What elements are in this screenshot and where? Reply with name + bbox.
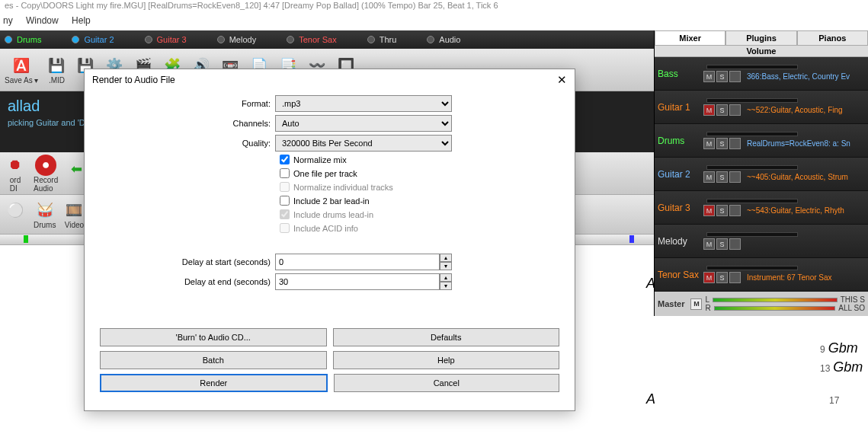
burn-button[interactable]: 'Burn' to Audio CD... [100,328,327,346]
solo-button[interactable]: S [716,104,728,116]
close-icon[interactable]: ✕ [557,73,567,87]
volume-slider[interactable] [706,266,798,270]
delay-start-down[interactable]: ▾ [440,262,452,270]
leadin-check[interactable] [280,196,290,206]
mute-button[interactable]: M [703,104,715,116]
one-file-check[interactable] [280,168,290,178]
dialog-titlebar: Render to Audio File ✕ [85,69,575,91]
tab-pianos[interactable]: Pianos [797,30,868,46]
master-this[interactable]: THIS S [841,295,865,304]
track-selector-thru[interactable]: Thru [367,35,397,44]
solo-button[interactable]: S [716,238,728,250]
mute-button[interactable]: M [703,138,715,149]
mute-button[interactable]: M [703,71,715,82]
mixer-track-guitar-2[interactable]: Guitar 2 M S ~~405:Guitar, Acoustic, Str… [655,158,868,191]
chord-cell[interactable]: A [646,391,655,407]
window-title: es - Copy\DOORS Light my fire.MGU] [Real… [0,0,868,14]
solo-button[interactable]: S [716,138,728,149]
track-selector-melody[interactable]: Melody [217,35,256,44]
save-midi-button[interactable]: 💾 .MID [46,55,67,85]
volume-slider[interactable] [706,65,798,69]
tab-plugins[interactable]: Plugins [725,30,796,46]
render-button[interactable]: Render [100,374,328,392]
fx-button[interactable] [729,272,741,283]
video-button[interactable]: 🎞️Video [63,199,85,229]
track-selector-audio[interactable]: Audio [427,35,460,44]
help-button[interactable]: Help [333,351,560,369]
tab-mixer[interactable]: Mixer [655,30,725,46]
track-selector-drums[interactable]: Drums [5,35,41,44]
track-description: ~~405:Guitar, Acoustic, Strum [744,173,848,181]
defaults-button[interactable]: Defaults [333,328,560,346]
volume-slider[interactable] [706,98,798,103]
menu-harmony[interactable]: ny [3,15,13,26]
volume-slider[interactable] [706,199,798,203]
track-label: Guitar 3 [157,35,187,44]
format-select[interactable]: .mp3 [275,95,452,112]
volume-slider[interactable] [706,165,798,170]
mixer-track-guitar-1[interactable]: Guitar 1 M S ~~522:Guitar, Acoustic, Fin… [655,91,868,124]
saveas-button[interactable]: 🅰️ Save As ▾ [5,55,38,85]
one-file-label: One file per track [293,169,357,178]
fx-button[interactable] [729,171,741,183]
delay-start-input[interactable] [275,254,440,270]
mute-button[interactable]: M [703,238,715,250]
track-name: Guitar 3 [655,203,703,213]
fx-button[interactable] [729,104,741,116]
mixer-track-guitar-3[interactable]: Guitar 3 M S ~~543:Guitar, Electric, Rhy… [655,191,868,225]
delay-end-down[interactable]: ▾ [440,282,452,290]
delay-end-input[interactable] [275,273,440,290]
mute-button[interactable]: M [703,272,715,283]
volume-header: Volume [655,46,868,57]
delay-end-up[interactable]: ▴ [440,273,452,282]
menu-help[interactable]: Help [72,15,91,26]
solo-button[interactable]: S [716,171,728,183]
volume-slider[interactable] [706,132,798,136]
track-description: ~~543:Guitar, Electric, Rhyth [744,206,844,215]
chord-cell[interactable]: 9Gbm [820,340,858,356]
fx-button[interactable] [729,205,741,216]
channels-select[interactable]: Auto [275,115,452,132]
solo-button[interactable]: S [716,205,728,216]
chord-cell[interactable]: 13Gbm [820,359,863,375]
mixer-track-melody[interactable]: Melody M S [655,225,868,258]
mixer-track-bass[interactable]: Bass M S 366:Bass, Electric, Country Ev [655,57,868,91]
normalize-mix-check[interactable] [280,155,290,164]
mixer-track-drums[interactable]: Drums M S RealDrums=RockEven8: a: Sn [655,124,868,158]
delay-start-up[interactable]: ▴ [440,254,452,262]
mixer-track-tenor-sax[interactable]: Tenor Sax M S Instrument: 67 Tenor Sax [655,258,868,292]
quality-select[interactable]: 320000 Bits Per Second [275,135,452,152]
cancel-button[interactable]: Cancel [334,374,560,392]
track-selector-guitar-3[interactable]: Guitar 3 [145,35,187,44]
chord-cell[interactable]: 17 [829,391,842,407]
start-marker[interactable] [24,235,28,243]
fx-button[interactable] [729,71,741,82]
playhead-marker[interactable] [629,235,634,243]
batch-button[interactable]: Batch [100,351,327,369]
acid-label: Include ACID info [293,224,358,233]
track-selector-guitar-2[interactable]: Guitar 2 [72,35,114,44]
track-selector-tenor-sax[interactable]: Tenor Sax [287,35,337,44]
delay-start-label: Delay at start (seconds) [100,257,275,266]
menu-window[interactable]: Window [26,15,59,26]
solo-button[interactable]: S [716,272,728,283]
normalize-ind-label: Normalize individual tracks [293,183,393,192]
radio-icon [287,36,294,43]
master-all[interactable]: ALL SO [838,304,865,312]
fx-button[interactable] [729,238,741,250]
pref-button[interactable]: ⚪ [5,199,26,229]
record-midi-button[interactable]: ⏺ord DI [5,155,26,193]
volume-slider[interactable] [706,232,798,237]
mute-button[interactable]: M [703,205,715,216]
solo-button[interactable]: S [716,71,728,82]
drums-leadin-check [280,209,290,219]
mute-button[interactable]: M [703,171,715,183]
radio-icon [72,36,79,43]
track-description: Instrument: 67 Tenor Sax [744,273,832,282]
record-audio-button[interactable]: ●Record Audio [34,155,58,193]
master-r-label: R [705,304,710,312]
drums-button[interactable]: 🥁Drums [34,199,56,229]
master-mute[interactable]: M [690,298,702,310]
track-label: Guitar 2 [84,35,114,44]
fx-button[interactable] [729,138,741,149]
